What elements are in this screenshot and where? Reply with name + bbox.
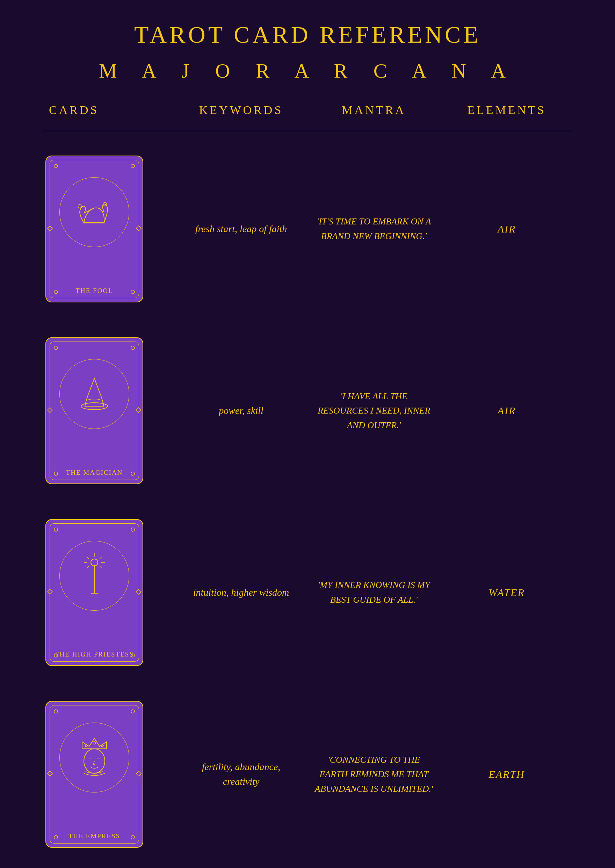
subtitle: M A J O R A R C A N A [28,59,587,83]
svg-point-17 [131,528,134,531]
svg-point-23 [91,559,98,566]
svg-point-12 [131,472,134,475]
card-name-empress: THE EMPRESS [69,832,120,840]
page-title: TAROT CARD REFERENCE [28,21,587,48]
side-diamond-right-hp [136,589,142,596]
card-magician: THE MAGICIAN [42,337,175,484]
col-elements: ELEMENTS [440,103,573,117]
corner-bl-emp [51,832,61,842]
mantra-highpriestess: 'MY INNER KNOWING IS MY BEST GUIDE OF AL… [308,578,440,607]
card-circle-highpriestess [59,541,129,611]
svg-line-29 [87,566,89,568]
svg-point-6 [78,205,81,208]
card-row-fool: THE FOOL fresh start, leap of faith 'IT'… [28,138,587,320]
svg-point-3 [131,290,134,294]
svg-point-33 [131,710,134,713]
magician-icon [72,373,117,415]
tarot-card-highpriestess: THE HIGH PRIESTESS [45,519,143,666]
highpriestess-icon [80,548,108,604]
svg-point-2 [54,290,58,294]
svg-rect-20 [47,590,52,594]
svg-rect-14 [136,408,141,413]
col-keywords: KEYWORDS [175,103,308,117]
mantra-magician: 'I HAVE ALL THE RESOURCES I NEED, INNER … [308,389,440,433]
element-highpriestess: WATER [440,586,573,599]
keywords-highpriestess: intuition, higher wisdom [175,585,308,600]
card-highpriestess: THE HIGH PRIESTESS [42,519,175,666]
card-empress: THE EMPRESS [42,701,175,848]
svg-point-1 [131,164,134,168]
side-diamond-left [47,225,53,233]
svg-point-39 [93,741,96,744]
mantra-fool: 'IT'S TIME TO EMBARK ON A BRAND NEW BEGI… [308,214,440,243]
tarot-card-magician: THE MAGICIAN [45,337,143,484]
element-magician: AIR [440,405,573,417]
keywords-magician: power, skill [175,404,308,418]
svg-point-32 [54,710,58,713]
keywords-empress: fertility, abundance, creativity [175,760,308,789]
corner-tr-mag [128,343,138,353]
col-cards: CARDS [42,103,175,117]
svg-rect-5 [136,226,141,231]
card-name-highpriestess: THE HIGH PRIESTESS [55,651,134,658]
card-row-empress: THE EMPRESS fertility, abundance, creati… [28,683,587,865]
svg-point-9 [54,346,58,350]
corner-bl [51,287,61,297]
card-name-fool: THE FOOL [75,287,113,295]
header-divider [42,131,573,131]
keywords-fool: fresh start, leap of faith [175,222,308,236]
card-row-magician: THE MAGICIAN power, skill 'I HAVE ALL TH… [28,320,587,502]
svg-line-25 [87,557,89,559]
tarot-card-fool: THE FOOL [45,156,143,302]
svg-point-34 [54,835,58,839]
corner-br-mag [128,469,138,479]
side-diamond-left-hp [47,589,53,596]
tarot-card-empress: THE EMPRESS [45,701,143,848]
corner-tl [51,161,61,171]
side-diamond-left-emp [47,771,53,778]
corner-bl-mag [51,469,61,479]
col-mantra: MANTRA [308,103,440,117]
mantra-empress: 'CONNECTING TO THE EARTH REMINDS ME THAT… [308,753,440,796]
card-name-magician: THE MAGICIAN [66,469,123,477]
corner-tr [128,161,138,171]
corner-tl-emp [51,707,61,716]
fool-icon [73,193,115,231]
corner-tr-hp [128,525,138,535]
column-headers: CARDS KEYWORDS MANTRA ELEMENTS [28,103,587,117]
svg-point-10 [131,346,134,350]
side-diamond-right-emp [136,771,142,778]
svg-rect-4 [47,226,52,231]
card-circle-fool [59,177,129,247]
side-diamond-right [136,225,142,233]
svg-line-30 [100,566,102,568]
svg-line-26 [100,557,102,559]
card-circle-empress [59,723,129,793]
corner-tl-mag [51,343,61,353]
svg-point-0 [54,164,58,168]
svg-point-16 [54,528,58,531]
side-diamond-left-mag [47,407,53,414]
corner-br [128,287,138,297]
svg-point-11 [54,472,58,475]
element-empress: EARTH [440,768,573,780]
card-circle-magician [59,359,129,429]
element-fool: AIR [440,223,573,235]
svg-rect-37 [136,771,141,776]
corner-tl-hp [51,525,61,535]
empress-icon [70,730,119,785]
card-fool: THE FOOL [42,156,175,302]
side-diamond-right-mag [136,407,142,414]
svg-rect-13 [47,408,52,413]
corner-br-emp [128,832,138,842]
corner-tr-emp [128,707,138,716]
svg-point-35 [131,835,134,839]
svg-rect-36 [47,771,52,776]
svg-rect-21 [136,590,141,594]
card-row-highpriestess: THE HIGH PRIESTESS intuition, higher wis… [28,502,587,683]
